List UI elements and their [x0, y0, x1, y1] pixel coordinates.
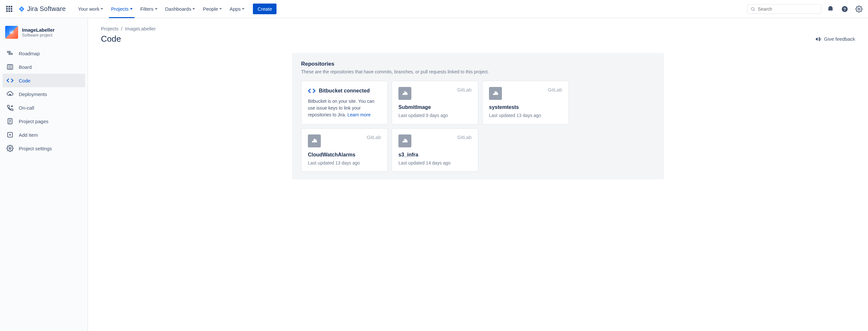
- nav-dashboards[interactable]: Dashboards: [162, 4, 198, 13]
- svg-rect-20: [404, 92, 406, 93]
- learn-more-link[interactable]: Learn more: [347, 112, 371, 117]
- help-icon[interactable]: ?: [840, 4, 850, 14]
- repo-name: systemtests: [489, 104, 562, 110]
- pages-icon: [6, 118, 13, 125]
- repo-provider: GitLab: [367, 134, 381, 140]
- repo-icon: [308, 134, 321, 147]
- bitbucket-connected-card: Bitbucket connected Bitbucket is on your…: [301, 81, 388, 125]
- svg-rect-5: [7, 52, 10, 53]
- repo-card[interactable]: GitLab systemtests Last updated 13 days …: [482, 81, 569, 125]
- chevron-down-icon: [100, 8, 103, 10]
- add-icon: [6, 131, 13, 138]
- board-icon: [6, 63, 13, 70]
- repo-updated: Last updated 13 days ago: [308, 160, 381, 166]
- repo-updated: Last updated 14 days ago: [398, 160, 471, 166]
- repositories-panel: Repositories These are the repositories …: [292, 53, 664, 179]
- nav-your-work[interactable]: Your work: [75, 4, 106, 13]
- project-type: Software project: [22, 33, 55, 37]
- code-icon: [6, 77, 13, 84]
- main-content: Projects / ImageLabeller Code Give feedb…: [88, 18, 868, 331]
- repo-icon: [398, 134, 411, 147]
- breadcrumb-project[interactable]: ImageLabeller: [125, 26, 156, 31]
- project-avatar: [5, 26, 18, 39]
- bitbucket-card-title: Bitbucket connected: [319, 88, 370, 94]
- sidebar-item-roadmap[interactable]: Roadmap: [3, 46, 85, 60]
- breadcrumb: Projects / ImageLabeller: [101, 26, 855, 31]
- svg-rect-22: [313, 139, 315, 140]
- svg-rect-7: [7, 65, 13, 69]
- project-name: ImageLabeller: [22, 27, 55, 33]
- repo-icon: [489, 87, 502, 100]
- repo-icon: [398, 87, 411, 100]
- sidebar-item-oncall[interactable]: On-call: [3, 101, 85, 114]
- sidebar-item-board[interactable]: Board: [3, 60, 85, 74]
- repo-card[interactable]: GitLab SubmitImage Last updated 9 days a…: [392, 81, 478, 125]
- roadmap-icon: [6, 50, 13, 57]
- svg-point-0: [751, 7, 754, 10]
- repo-provider: GitLab: [457, 87, 471, 93]
- sidebar-item-add[interactable]: Add item: [3, 128, 85, 141]
- primary-nav: Your work Projects Filters Dashboards Pe…: [75, 4, 277, 14]
- repo-name: CloudWatchAlarms: [308, 152, 381, 158]
- search-box[interactable]: [747, 4, 822, 14]
- svg-line-1: [754, 10, 755, 11]
- svg-point-10: [11, 106, 12, 107]
- settings-icon[interactable]: [854, 4, 864, 14]
- code-icon: [308, 87, 316, 95]
- product-name: Jira Software: [27, 5, 66, 12]
- svg-point-11: [12, 106, 12, 107]
- chevron-down-icon: [242, 8, 245, 10]
- chevron-down-icon: [192, 8, 195, 10]
- megaphone-icon: [815, 36, 822, 42]
- sidebar-item-pages[interactable]: Project pages: [3, 114, 85, 128]
- svg-point-19: [9, 147, 11, 150]
- page-title: Code: [101, 34, 121, 44]
- svg-point-4: [858, 8, 860, 10]
- nav-projects[interactable]: Projects: [108, 4, 135, 13]
- project-header[interactable]: ImageLabeller Software project: [0, 26, 88, 46]
- search-icon: [751, 6, 755, 12]
- svg-rect-21: [494, 92, 496, 93]
- repo-card[interactable]: GitLab s3_infra Last updated 14 days ago: [392, 128, 478, 172]
- repo-card[interactable]: GitLab CloudWatchAlarms Last updated 13 …: [301, 128, 388, 172]
- repo-updated: Last updated 13 days ago: [489, 113, 562, 118]
- repo-updated: Last updated 9 days ago: [398, 113, 471, 118]
- svg-rect-6: [9, 53, 12, 55]
- chevron-down-icon: [219, 8, 222, 10]
- repositories-heading: Repositories: [301, 61, 655, 67]
- give-feedback-button[interactable]: Give feedback: [815, 36, 855, 42]
- repositories-subheading: These are the repositories that have com…: [301, 69, 655, 74]
- repo-provider: GitLab: [548, 87, 562, 93]
- deployments-icon: [6, 91, 13, 98]
- sidebar-item-deployments[interactable]: Deployments: [3, 87, 85, 101]
- breadcrumb-root[interactable]: Projects: [101, 26, 118, 31]
- svg-rect-23: [404, 139, 406, 140]
- repo-name: SubmitImage: [398, 104, 471, 110]
- project-sidebar: ImageLabeller Software project Roadmap B…: [0, 18, 88, 331]
- sidebar-item-code[interactable]: Code: [3, 74, 85, 87]
- chevron-down-icon: [155, 8, 157, 10]
- svg-text:?: ?: [843, 6, 846, 11]
- notifications-icon[interactable]: [825, 4, 836, 14]
- repo-provider: GitLab: [457, 134, 471, 140]
- app-switcher-icon[interactable]: [4, 4, 14, 14]
- create-button[interactable]: Create: [253, 4, 277, 14]
- chevron-down-icon: [130, 8, 133, 10]
- repo-name: s3_infra: [398, 152, 471, 158]
- jira-logo[interactable]: Jira Software: [16, 5, 68, 12]
- jira-logo-icon: [18, 5, 25, 12]
- sidebar-item-settings[interactable]: Project settings: [3, 141, 85, 155]
- nav-people[interactable]: People: [199, 4, 225, 13]
- top-nav: Jira Software Your work Projects Filters…: [0, 0, 868, 18]
- nav-apps[interactable]: Apps: [226, 4, 248, 13]
- gear-icon: [6, 145, 13, 152]
- nav-filters[interactable]: Filters: [137, 4, 161, 13]
- oncall-icon: [6, 104, 13, 111]
- search-input[interactable]: [758, 6, 818, 12]
